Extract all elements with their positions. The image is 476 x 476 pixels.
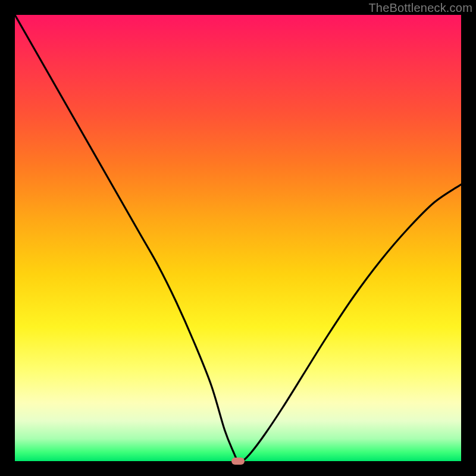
watermark-text: TheBottleneck.com [368,1,472,15]
bottleneck-marker [231,458,245,465]
chart-frame: TheBottleneck.com [0,0,476,476]
plot-area [15,15,461,461]
bottleneck-curve [15,15,461,461]
